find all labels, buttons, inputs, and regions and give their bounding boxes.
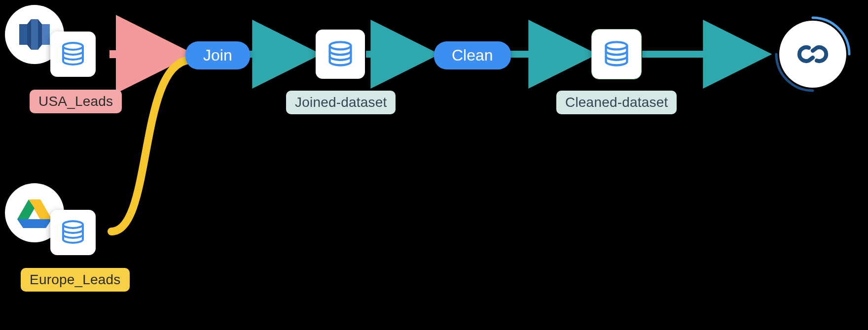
source-europe[interactable] [5, 183, 64, 242]
connector-zoho [779, 21, 846, 88]
zoho-crm-icon [792, 33, 834, 75]
svg-rect-0 [31, 19, 38, 50]
svg-rect-1 [19, 24, 27, 45]
svg-marker-4 [38, 19, 42, 50]
svg-point-5 [63, 43, 83, 50]
source-usa-label: USA_Leads [30, 90, 122, 113]
svg-point-9 [63, 221, 83, 228]
source-europe-label: Europe_Leads [21, 268, 130, 292]
svg-rect-2 [42, 24, 50, 45]
dataset-cleaned-icon[interactable] [592, 30, 641, 79]
edge-europe-to-join [111, 60, 189, 231]
transform-join[interactable]: Join [185, 41, 250, 69]
gdrive-icon [17, 198, 52, 228]
pipeline-edges [0, 0, 868, 330]
redshift-icon [15, 15, 54, 54]
svg-point-10 [330, 42, 351, 49]
transform-clean[interactable]: Clean [434, 41, 511, 69]
dataset-joined-icon[interactable] [316, 30, 365, 79]
database-icon [602, 39, 631, 69]
svg-marker-3 [27, 19, 31, 50]
database-icon [326, 39, 355, 69]
dataset-joined-label: Joined-dataset [286, 91, 396, 114]
source-usa-table-icon [50, 32, 96, 77]
source-usa[interactable] [5, 5, 64, 64]
dataset-cleaned-label: Cleaned-dataset [556, 91, 677, 114]
destination-node[interactable] [773, 15, 852, 94]
source-europe-table-icon [50, 210, 96, 255]
svg-marker-8 [17, 219, 52, 228]
database-icon [59, 40, 87, 68]
svg-point-11 [606, 42, 627, 49]
database-icon [59, 219, 87, 246]
